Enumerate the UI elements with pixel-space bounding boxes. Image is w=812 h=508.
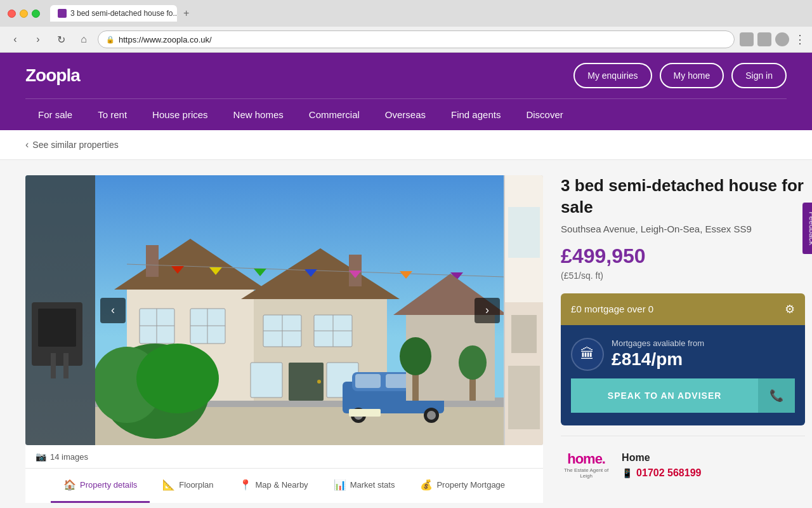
mortgage-tab-icon: 💰 [420,479,433,491]
svg-rect-62 [508,207,540,258]
tab-property-details-label: Property details [80,480,137,490]
gallery-next-button[interactable]: › [475,298,500,323]
sign-in-button[interactable]: Sign in [731,63,787,88]
property-panel: 3 bed semi-detached house for sale South… [561,175,805,503]
nav-house-prices[interactable]: House prices [140,99,221,130]
reload-button[interactable]: ↻ [52,30,70,48]
side-right-image [505,175,543,445]
traffic-lights [8,10,40,18]
phone-icon: 📞 [769,389,783,402]
svg-rect-45 [349,409,381,417]
address-bar[interactable]: 🔒 https://www.zoopla.co.uk/ [98,30,735,48]
svg-rect-5 [63,353,69,378]
nav-to-rent[interactable]: To rent [85,99,140,130]
property-price: £499,950 [561,244,805,268]
mortgage-header-label: £0 mortgage over 0 [571,304,653,314]
forward-button[interactable]: › [29,30,47,48]
browser-menu-button[interactable]: ⋮ [794,32,806,46]
browser-extensions [740,32,789,46]
mortgage-controls-icon[interactable]: ⚙ [785,302,795,316]
svg-point-36 [136,344,219,413]
tab-mortgage[interactable]: 💰 Property Mortgage [407,469,518,503]
back-button[interactable]: ‹ [6,30,24,48]
mortgage-body: 🏛 Mortgages avaliable from £814/pm SPEAK… [561,325,805,425]
image-count: 14 images [50,452,88,462]
mortgage-cta: SPEAK TO AN ADVISER 📞 [571,378,795,413]
tab-market-stats[interactable]: 📊 Market stats [321,469,408,503]
svg-point-59 [459,345,487,380]
tab-bar: 3 bed semi-detached house fo... ✕ + [50,5,194,22]
header-buttons: My enquiries My home Sign in [573,63,787,88]
nav-for-sale[interactable]: For sale [25,99,85,130]
agent-logo-text: home. [567,452,605,466]
nav-commercial[interactable]: Commercial [296,99,372,130]
chevron-left-icon: ‹ [25,139,29,150]
price-per-sqft: (£51/sq. ft) [561,271,805,281]
mortgage-lender-logo: 🏛 [571,338,604,371]
tab-floorplan[interactable]: 📐 Floorplan [150,469,226,503]
svg-point-57 [400,337,431,375]
extension-icon-1[interactable] [740,32,754,46]
tab-mortgage-label: Property Mortgage [436,480,505,490]
tab-map-nearby[interactable]: 📍 Map & Nearby [226,469,321,503]
main-house-image [95,175,504,445]
camera-icon: 📷 [36,451,46,462]
stats-tab-icon: 📊 [334,479,346,491]
nav-new-homes[interactable]: New homes [221,99,296,130]
nav-overseas[interactable]: Overseas [372,99,438,130]
agent-phone[interactable]: 01702 568199 [636,467,701,479]
gallery-main-image [95,175,505,445]
mortgage-from-label: Mortgages avaliable from [612,338,704,348]
back-to-results[interactable]: ‹ See similar properties [25,139,119,150]
maximize-button[interactable] [32,10,40,18]
tab-property-details[interactable]: 🏠 Property details [51,469,150,503]
floorplan-tab-icon: 📐 [162,479,175,491]
feedback-label: Feedback [808,211,812,245]
mortgage-logo-area: 🏛 Mortgages avaliable from £814/pm [571,338,795,371]
tab-map-label: Map & Nearby [256,480,308,490]
mortgage-widget: £0 mortgage over 0 ⚙ 🏛 Mortgages avaliab… [561,293,805,425]
home-button[interactable]: ⌂ [75,30,93,48]
agent-phone-icon: 📱 [622,468,632,478]
gallery-caption: 📷 14 images [25,445,543,468]
breadcrumb-label: See similar properties [32,140,118,150]
feedback-tab[interactable]: Feedback [802,203,812,254]
gallery-container: ‹ › [25,175,543,445]
lock-icon: 🔒 [106,36,115,44]
main-content: ‹ › 📷 14 images 🏠 Property details 📐 Flo… [0,160,812,508]
active-tab[interactable]: 3 bed semi-detached house fo... ✕ [50,5,177,22]
extension-icon-2[interactable] [757,32,771,46]
nav-find-agents[interactable]: Find agents [438,99,513,130]
gallery-prev-button[interactable]: ‹ [100,298,126,323]
tab-floorplan-label: Floorplan [179,480,213,490]
speak-adviser-button[interactable]: SPEAK TO AN ADVISER [571,378,758,413]
breadcrumb-bar: ‹ See similar properties [0,130,812,160]
zoopla-logo[interactable]: Zoopla [25,65,80,86]
mortgage-lender-icon: 🏛 [580,346,594,363]
site-header: Zoopla My enquiries My home Sign in For … [0,53,812,130]
agent-info: Home 📱 01702 568199 [622,452,701,479]
tab-stats-label: Market stats [350,480,395,490]
svg-rect-3 [38,309,76,347]
svg-point-42 [427,411,436,420]
close-button[interactable] [8,10,16,18]
svg-rect-11 [146,245,159,277]
tab-title: 3 bed semi-detached house fo... [70,9,177,18]
svg-rect-64 [511,315,537,353]
nav-discover[interactable]: Discover [513,99,575,130]
my-enquiries-button[interactable]: My enquiries [573,63,652,88]
side-left-image [25,175,95,445]
mortgage-header[interactable]: £0 mortgage over 0 ⚙ [561,293,805,325]
agent-phone-row: 📱 01702 568199 [622,467,701,479]
agent-logo: home. The Estate Agent of Leigh [561,446,612,485]
phone-call-button[interactable]: 📞 [758,378,795,413]
property-address: Southsea Avenue, Leigh-On-Sea, Essex SS9 [561,224,805,234]
agent-section: home. The Estate Agent of Leigh Home 📱 0… [561,436,805,495]
gallery-side-right [505,175,543,445]
property-title: 3 bed semi-detached house for sale [561,175,805,218]
new-tab-button[interactable]: + [178,6,194,20]
my-home-button[interactable]: My home [660,63,724,88]
minimize-button[interactable] [20,10,28,18]
gallery-section: ‹ › 📷 14 images 🏠 Property details 📐 Flo… [25,175,543,503]
extension-icon-3[interactable] [775,32,789,46]
